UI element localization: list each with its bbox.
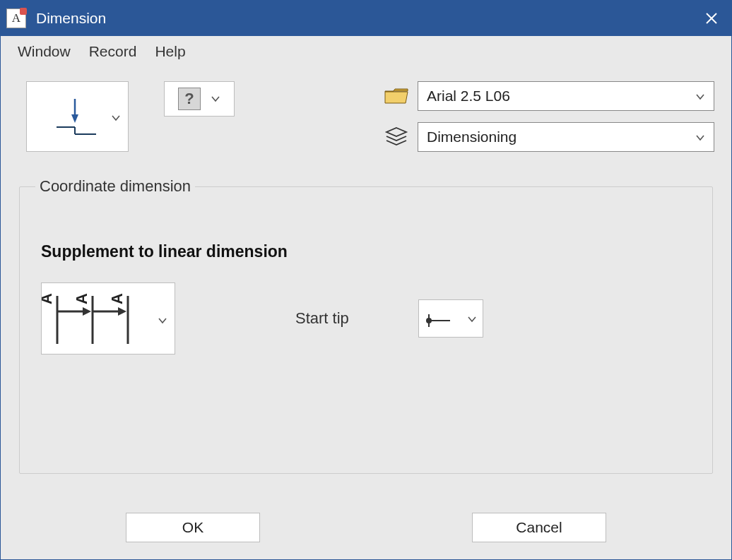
menubar: Window Record Help bbox=[1, 36, 731, 67]
font-style-value: Arial 2.5 L06 bbox=[427, 88, 510, 105]
style-controls: Arial 2.5 L06 bbox=[375, 81, 714, 152]
supplement-type-icon: A A A bbox=[42, 283, 148, 354]
app-icon: A bbox=[6, 8, 26, 28]
svg-text:A: A bbox=[108, 293, 126, 304]
question-icon: ? bbox=[178, 88, 201, 110]
help-dropdown-button[interactable]: ? bbox=[164, 81, 235, 117]
chevron-down-icon bbox=[211, 94, 220, 104]
group-legend: Coordinate dimension bbox=[35, 177, 195, 196]
cancel-button[interactable]: Cancel bbox=[472, 513, 606, 542]
start-tip-label: Start tip bbox=[295, 309, 349, 328]
start-tip-button[interactable] bbox=[418, 299, 483, 338]
chevron-down-icon bbox=[158, 316, 167, 326]
start-tip-icon bbox=[419, 300, 461, 338]
svg-marker-9 bbox=[386, 128, 406, 136]
font-style-combo[interactable]: Arial 2.5 L06 bbox=[418, 81, 714, 111]
svg-marker-14 bbox=[83, 307, 91, 316]
menu-window[interactable]: Window bbox=[18, 43, 71, 60]
supplement-heading: Supplement to linear dimension bbox=[41, 242, 691, 261]
coordinate-dimension-group: Coordinate dimension Supplement to linea… bbox=[19, 177, 713, 474]
dimension-dialog: A Dimension Window Record Help bbox=[0, 0, 732, 560]
supplement-row: A A A Start tip bbox=[41, 282, 691, 355]
dimension-type-icon bbox=[49, 92, 106, 141]
folder-icon bbox=[384, 87, 408, 105]
close-button[interactable] bbox=[692, 1, 731, 36]
svg-marker-8 bbox=[385, 92, 408, 103]
supplement-type-button[interactable]: A A A bbox=[41, 282, 175, 355]
dialog-body: ? Arial 2.5 L06 bbox=[1, 67, 731, 503]
chevron-down-icon bbox=[111, 113, 121, 123]
titlebar: A Dimension bbox=[1, 1, 731, 36]
layers-icon bbox=[384, 126, 408, 148]
chevron-down-icon bbox=[695, 92, 705, 102]
svg-marker-6 bbox=[71, 114, 78, 123]
svg-marker-16 bbox=[118, 307, 126, 316]
chevron-down-icon bbox=[695, 133, 705, 143]
app-icon-letter: A bbox=[12, 11, 20, 25]
svg-text:A: A bbox=[42, 293, 55, 304]
window-title: Dimension bbox=[36, 10, 692, 27]
ok-button[interactable]: OK bbox=[126, 513, 260, 542]
svg-marker-7 bbox=[385, 89, 408, 92]
dialog-footer: OK Cancel bbox=[1, 503, 731, 559]
close-icon bbox=[705, 12, 718, 25]
toolbar-row: ? Arial 2.5 L06 bbox=[18, 81, 714, 152]
layer-value: Dimensioning bbox=[427, 129, 516, 145]
chevron-down-icon bbox=[467, 314, 477, 324]
menu-help[interactable]: Help bbox=[155, 43, 185, 60]
dimension-type-button[interactable] bbox=[26, 81, 129, 152]
menu-record[interactable]: Record bbox=[89, 43, 137, 60]
layer-combo[interactable]: Dimensioning bbox=[418, 122, 714, 152]
svg-text:A: A bbox=[73, 293, 90, 304]
